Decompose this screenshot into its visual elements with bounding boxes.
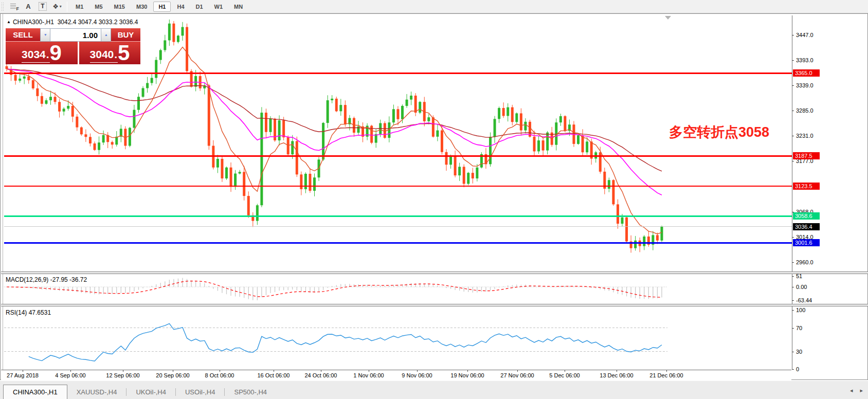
time-tick [666,370,667,372]
sell-price-dot: . [46,47,50,63]
up-arrow-icon: ▲ [104,33,108,37]
price-badge-3001.6: 3001.6 [793,239,820,246]
tile-windows-icon[interactable]: F [8,2,20,12]
chart-tab-usoilh4[interactable]: USOil-,H4 [176,386,225,399]
chevron-down-icon: ▾ [60,4,62,9]
collapse-triangle-icon[interactable]: ▲ [7,20,11,24]
volume-increase-button[interactable]: ▲ [101,28,111,42]
trading-terminal: F A T ❖ ▾ M1M5M15M30H1H4D1W1MN ▲CHINA300… [0,0,868,399]
hline-3001.6[interactable] [4,242,792,244]
timeframe-m5-button[interactable]: M5 [89,2,107,12]
sell-price-int: 3034 [22,47,46,63]
chart-tab-sp500h4[interactable]: SP500-,H4 [225,386,276,399]
symbol-ohlc-values: 3042.4 3047.4 3033.2 3036.4 [58,19,138,26]
sell-button[interactable]: SELL [6,28,40,42]
price-tick-3231.0: 3231.0 [792,133,868,139]
price-badge-3036.4: 3036.4 [793,223,820,230]
hline-3036.4[interactable] [4,226,792,227]
rsi-splitter[interactable] [1,304,868,306]
one-click-trading-panel: SELL ▼ ▲ BUY 3034.9 3040.5 [6,28,140,64]
down-arrow-icon: ▼ [44,33,47,37]
timeframe-h4-button[interactable]: H4 [172,2,189,12]
rsi-title: RSI(14) [6,309,27,316]
time-label: 16 Oct 06:00 [258,372,290,378]
time-tick [321,370,321,372]
rsi-tick-30: 30 [792,349,868,355]
timeframe-d1-button[interactable]: D1 [191,2,208,12]
rsi-canvas[interactable] [4,306,792,370]
time-label: 27 Aug 2018 [7,372,39,378]
chart-tab-ukoilh4[interactable]: UKOil-,H4 [126,386,175,399]
time-label: 19 Nov 06:00 [450,372,484,378]
objects-icon[interactable]: ❖ ▾ [51,2,63,12]
time-tick [123,370,123,372]
time-label: 9 Nov 06:00 [402,372,432,378]
macd-canvas[interactable] [4,274,792,304]
buy-price[interactable]: 3040.5 [79,42,140,64]
time-axis[interactable]: 27 Aug 20184 Sep 06:0012 Sep 06:0020 Sep… [1,370,791,380]
time-tick [70,370,71,372]
chart-tab-china300h1[interactable]: CHINA300-,H1 [3,385,67,399]
timeframe-w1-button[interactable]: W1 [209,2,228,12]
symbol-header: ▲CHINA300-,H1 3042.4 3047.4 3033.2 3036.… [7,19,138,26]
time-label: 21 Dec 06:00 [649,372,683,378]
toolbar-separator [67,2,67,12]
symbol-name: CHINA300-,H1 [13,19,54,26]
top-toolbar: F A T ❖ ▾ M1M5M15M30H1H4D1W1MN [0,0,868,13]
time-tick [274,370,274,372]
font-a-icon[interactable]: A [22,2,34,12]
price-badge-3187.5: 3187.5 [793,152,820,159]
price-tick-3339.0: 3339.0 [792,82,868,89]
time-label: 4 Sep 06:00 [55,372,85,378]
time-tick [617,370,617,372]
macd-tick-0.00: 0.00 [792,284,868,291]
macd-tick--63.44: -63.44 [792,297,868,304]
text-label-glyph: T [39,2,46,11]
price-tick-3285.0: 3285.0 [792,107,868,114]
price-tick-3447.0: 3447.0 [792,32,868,39]
timeframe-m15-button[interactable]: M15 [109,2,130,12]
objects-glyph: ❖ [52,3,59,10]
hline-3123.5[interactable] [4,186,792,187]
macd-label: MACD(12,26,9) -27.95 -36.72 [6,276,87,283]
time-tick [467,370,468,372]
time-tick [517,370,518,372]
sell-price[interactable]: 3034.9 [6,42,78,64]
timeframe-m1-button[interactable]: M1 [70,2,88,12]
sell-price-frac: 9 [50,43,62,63]
rsi-label: RSI(14) 47.6531 [6,309,51,316]
time-tick [220,370,220,372]
rsi-tick-70: 70 [792,325,868,332]
tab-scroll-left-icon[interactable]: ◂ [850,387,853,394]
price-axis-line [792,15,792,370]
text-label-icon[interactable]: T [37,2,49,12]
hline-3365.0[interactable] [4,72,792,74]
toolbar-grip[interactable] [1,2,5,11]
chart-tabs: CHINA300-,H1XAUUSD-,H4UKOil-,H4USOil-,H4… [3,384,276,399]
timeframe-m30-button[interactable]: M30 [131,2,152,12]
buy-button[interactable]: BUY [111,28,140,42]
chart-tab-xauusdh4[interactable]: XAUUSD-,H4 [67,386,126,399]
chart-window: ▲CHINA300-,H1 3042.4 3047.4 3033.2 3036.… [0,13,868,380]
macd-splitter[interactable] [1,271,868,274]
price-tick-2960.0: 2960.0 [792,259,868,266]
timeframe-mn-button[interactable]: MN [229,2,248,12]
window-inner-edge [3,14,3,379]
volume-decrease-button[interactable]: ▼ [40,28,50,42]
chart-tab-bar: CHINA300-,H1XAUUSD-,H4UKOil-,H4USOil-,H4… [0,380,868,399]
time-tick [417,370,418,372]
tab-scroll-right-icon[interactable]: ▸ [860,387,863,394]
time-tick [369,370,369,372]
volume-input[interactable] [50,28,101,42]
chart-annotation-text[interactable]: 多空转折点3058 [669,123,769,141]
time-label: 13 Dec 06:00 [600,372,633,378]
time-label: 20 Sep 06:00 [156,372,189,378]
time-label: 24 Oct 06:00 [305,372,337,378]
price-tick-3393.0: 3393.0 [792,57,868,64]
rsi-value: 47.6531 [29,309,51,316]
time-label: 1 Nov 06:00 [353,372,384,378]
timeframe-h1-button[interactable]: H1 [153,2,171,12]
hline-3058.6[interactable] [4,215,792,217]
hline-3187.5[interactable] [4,155,792,157]
time-label: 27 Nov 06:00 [500,372,534,378]
